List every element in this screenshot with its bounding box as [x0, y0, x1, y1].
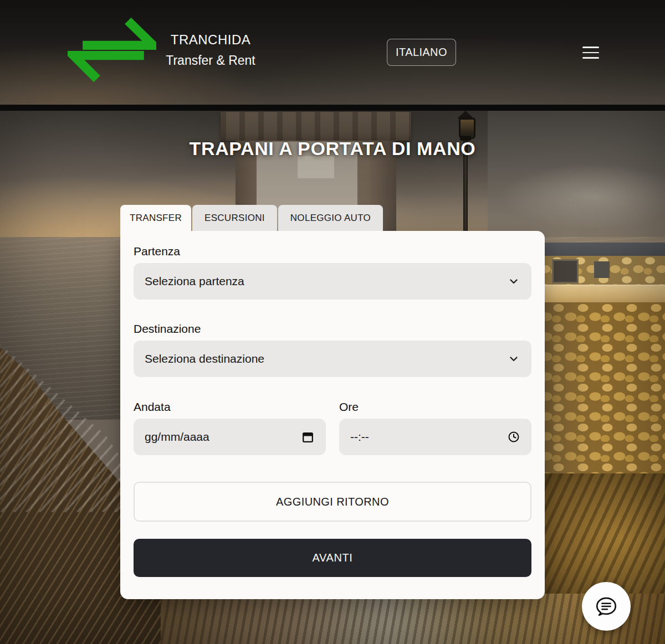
language-button[interactable]: ITALIANO — [387, 39, 456, 66]
time-label: Ore — [339, 400, 531, 414]
departure-label: Partenza — [134, 245, 531, 258]
destination-select-value: Seleziona destinazione — [145, 352, 264, 365]
brand-title: TRANCHIDA — [161, 32, 260, 48]
header: TRANCHIDA Transfer & Rent ITALIANO — [0, 0, 665, 105]
add-return-button[interactable]: AGGIUNGI RITORNO — [134, 482, 531, 522]
next-button[interactable]: AVANTI — [134, 539, 531, 577]
departure-select-value: Seleziona partenza — [145, 275, 244, 288]
parapet-opening — [594, 261, 610, 278]
chevron-down-icon — [507, 352, 520, 365]
tower-plaque — [298, 156, 334, 178]
clock-icon[interactable] — [507, 430, 520, 444]
page-title: TRAPANI A PORTATA DI MANO — [0, 138, 665, 159]
brand-subtitle: Transfer & Rent — [161, 53, 260, 68]
chat-button[interactable] — [582, 582, 631, 631]
tab-noleggio-auto[interactable]: NOLEGGIO AUTO — [278, 205, 383, 231]
sea-wall-cap — [528, 285, 665, 303]
transfer-form-card: Partenza Seleziona partenza Destinazione… — [120, 231, 545, 599]
time-input[interactable]: --:-- — [339, 419, 531, 455]
chevron-down-icon — [507, 275, 520, 288]
parapet-opening — [552, 259, 579, 284]
time-input-value: --:-- — [350, 430, 369, 444]
page: TRANCHIDA Transfer & Rent ITALIANO TRAPA… — [0, 0, 665, 644]
departure-select[interactable]: Seleziona partenza — [134, 263, 531, 300]
transfer-arrows-icon — [68, 14, 156, 86]
chat-bubble-icon — [594, 594, 619, 619]
tab-transfer[interactable]: TRANSFER — [120, 205, 191, 231]
destination-label: Destinazione — [134, 322, 531, 336]
date-input[interactable]: gg/mm/aaaa — [134, 419, 326, 455]
brand-text: TRANCHIDA Transfer & Rent — [161, 32, 260, 68]
tower-cornice — [221, 112, 411, 141]
date-time-labels: Andata Ore — [134, 400, 531, 419]
date-input-value: gg/mm/aaaa — [145, 430, 209, 444]
date-time-row: gg/mm/aaaa --:-- — [134, 419, 531, 455]
header-divider — [0, 105, 665, 111]
hamburger-icon[interactable] — [582, 45, 599, 60]
tab-bar: TRANSFER ESCURSIONI NOLEGGIO AUTO — [120, 205, 545, 231]
tab-escursioni[interactable]: ESCURSIONI — [192, 205, 277, 231]
brand-logo-link[interactable] — [68, 14, 156, 86]
date-label: Andata — [134, 400, 326, 414]
destination-select[interactable]: Seleziona destinazione — [134, 341, 531, 377]
booking-widget: TRANSFER ESCURSIONI NOLEGGIO AUTO Parten… — [120, 205, 545, 599]
calendar-icon[interactable] — [301, 430, 315, 444]
